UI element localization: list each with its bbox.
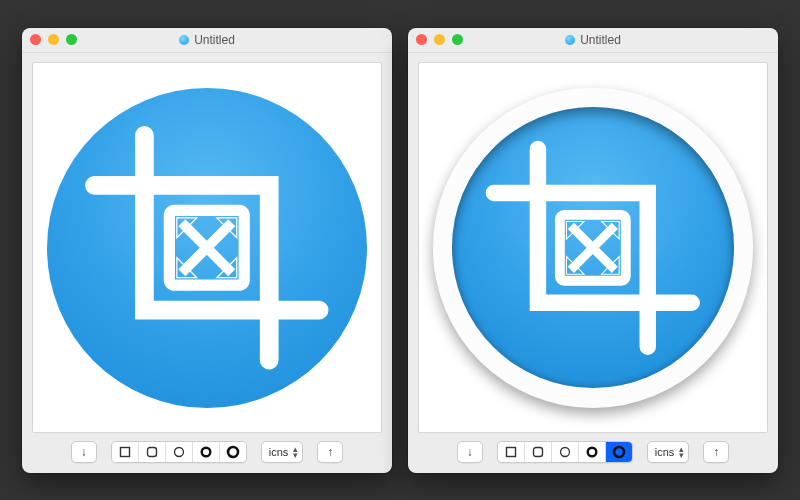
svg-point-9: [174, 448, 183, 457]
shape-option-circle-extra[interactable]: [606, 442, 632, 462]
upload-icon: ↑: [713, 446, 719, 458]
icon-circle-flat: [47, 88, 367, 408]
icon-ring-outer: [433, 88, 753, 408]
minimize-button[interactable]: [48, 34, 59, 45]
zoom-button[interactable]: [66, 34, 77, 45]
format-value: icns: [655, 446, 675, 458]
window-title-text: Untitled: [194, 33, 235, 47]
shape-option-circle-bold[interactable]: [193, 442, 220, 462]
titlebar: Untitled: [22, 28, 392, 53]
export-button[interactable]: ↑: [317, 441, 343, 463]
minimize-button[interactable]: [434, 34, 445, 45]
svg-rect-8: [147, 448, 156, 457]
shape-option-rounded[interactable]: [139, 442, 166, 462]
bottom-toolbar: ↓ icns ▴▾ ↑: [408, 439, 778, 465]
svg-rect-7: [120, 448, 129, 457]
shape-option-circle-extra[interactable]: [220, 442, 246, 462]
shape-option-circle-thin[interactable]: [166, 442, 193, 462]
svg-point-23: [614, 447, 624, 457]
upload-icon: ↑: [327, 446, 333, 458]
svg-point-11: [228, 447, 238, 457]
download-icon: ↓: [467, 446, 473, 458]
icon-preview: [47, 88, 367, 408]
window-controls: [30, 34, 77, 45]
shape-option-square[interactable]: [498, 442, 525, 462]
app-window: Untitled: [408, 28, 778, 473]
crop-resize-icon: [82, 123, 332, 373]
icon-preview-canvas: [418, 62, 768, 433]
format-value: icns: [269, 446, 289, 458]
document-proxy-icon[interactable]: [565, 35, 575, 45]
stepper-icon: ▴▾: [679, 446, 684, 458]
bottom-toolbar: ↓ icns ▴▾ ↑: [22, 439, 392, 465]
shape-option-circle-bold[interactable]: [579, 442, 606, 462]
icon-preview-canvas: [32, 62, 382, 433]
import-button[interactable]: ↓: [71, 441, 97, 463]
shape-option-circle-thin[interactable]: [552, 442, 579, 462]
format-select[interactable]: icns ▴▾: [261, 441, 304, 463]
svg-rect-20: [533, 448, 542, 457]
format-select[interactable]: icns ▴▾: [647, 441, 690, 463]
download-icon: ↓: [81, 446, 87, 458]
svg-point-21: [560, 448, 569, 457]
svg-point-22: [587, 448, 596, 457]
export-button[interactable]: ↑: [703, 441, 729, 463]
titlebar: Untitled: [408, 28, 778, 53]
shape-option-rounded[interactable]: [525, 442, 552, 462]
window-title: Untitled: [408, 33, 778, 47]
document-proxy-icon[interactable]: [179, 35, 189, 45]
icon-circle-inset: [452, 107, 734, 389]
shape-style-segmented[interactable]: [497, 441, 633, 463]
shape-style-segmented[interactable]: [111, 441, 247, 463]
stepper-icon: ▴▾: [293, 446, 298, 458]
svg-rect-19: [506, 448, 515, 457]
window-title-text: Untitled: [580, 33, 621, 47]
window-title: Untitled: [22, 33, 392, 47]
app-window: Untitled: [22, 28, 392, 473]
icon-preview: [433, 88, 753, 408]
window-controls: [416, 34, 463, 45]
import-button[interactable]: ↓: [457, 441, 483, 463]
shape-option-square[interactable]: [112, 442, 139, 462]
crop-resize-icon: [483, 138, 703, 358]
close-button[interactable]: [416, 34, 427, 45]
close-button[interactable]: [30, 34, 41, 45]
zoom-button[interactable]: [452, 34, 463, 45]
svg-point-10: [201, 448, 210, 457]
